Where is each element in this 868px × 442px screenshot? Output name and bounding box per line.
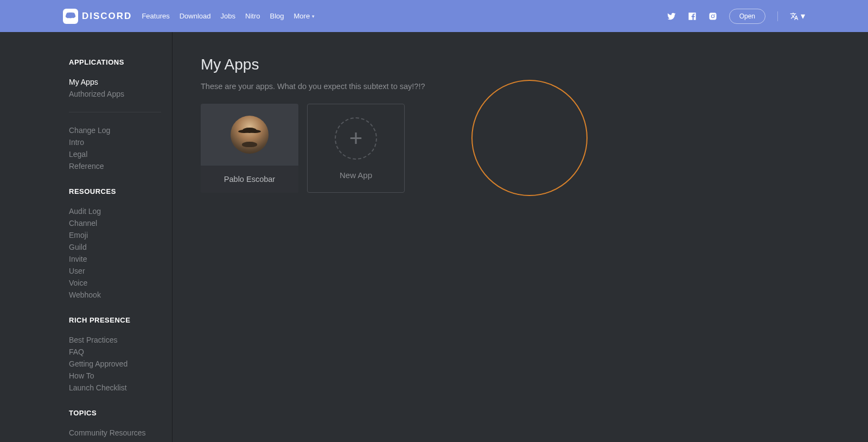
plus-circle-icon: +	[335, 117, 377, 160]
sidebar-heading-topics: TOPICS	[69, 409, 172, 417]
sidebar-item-change-log[interactable]: Change Log	[69, 124, 172, 136]
sidebar-item-getting-approved[interactable]: Getting Approved	[69, 358, 172, 370]
sidebar-heading-resources: RESOURCES	[69, 187, 172, 195]
sidebar-item-how-to[interactable]: How To	[69, 370, 172, 382]
app-avatar	[231, 116, 269, 154]
sidebar-item-audit-log[interactable]: Audit Log	[69, 205, 172, 217]
facebook-icon[interactable]	[688, 12, 697, 21]
sidebar-item-invite[interactable]: Invite	[69, 253, 172, 265]
page-title: My Apps	[201, 56, 840, 73]
chevron-down-icon: ▾	[801, 11, 805, 21]
sidebar-item-my-apps[interactable]: My Apps	[69, 76, 172, 88]
language-selector[interactable]: ▾	[790, 11, 805, 21]
header-nav: Features Download Jobs Nitro Blog More ▾	[142, 12, 315, 20]
sidebar-item-voice[interactable]: Voice	[69, 277, 172, 289]
nav-link-download[interactable]: Download	[180, 12, 211, 20]
sidebar-divider	[69, 112, 161, 112]
translate-icon	[790, 12, 799, 21]
twitter-icon[interactable]	[667, 12, 676, 21]
nav-link-blog[interactable]: Blog	[270, 12, 284, 20]
nav-link-more[interactable]: More ▾	[294, 12, 315, 20]
app-card[interactable]: Pablo Escobar	[201, 104, 298, 193]
sidebar-item-gateway[interactable]: Gateway	[69, 439, 172, 442]
sidebar-item-guild[interactable]: Guild	[69, 241, 172, 253]
open-button[interactable]: Open	[729, 9, 765, 24]
sidebar-item-user[interactable]: User	[69, 265, 172, 277]
nav-link-jobs[interactable]: Jobs	[221, 12, 235, 20]
sidebar-item-community-resources[interactable]: Community Resources	[69, 427, 172, 439]
sidebar-item-emoji[interactable]: Emoji	[69, 229, 172, 241]
sidebar-item-intro[interactable]: Intro	[69, 136, 172, 148]
sidebar-item-best-practices[interactable]: Best Practices	[69, 334, 172, 346]
sidebar-item-faq[interactable]: FAQ	[69, 346, 172, 358]
nav-link-more-label: More	[294, 12, 310, 20]
sidebar: APPLICATIONS My Apps Authorized Apps Cha…	[0, 32, 173, 442]
discord-logo[interactable]: DISCORD	[63, 9, 132, 24]
header-divider	[777, 11, 778, 21]
sidebar-heading-applications: APPLICATIONS	[69, 58, 172, 66]
header-right: Open ▾	[667, 9, 805, 24]
sidebar-item-channel[interactable]: Channel	[69, 217, 172, 229]
new-app-button[interactable]: + New App	[307, 104, 405, 193]
app-card-name: Pablo Escobar	[201, 166, 298, 193]
sidebar-item-reference[interactable]: Reference	[69, 160, 172, 172]
discord-logo-icon	[63, 9, 78, 24]
new-app-label: New App	[340, 171, 372, 180]
sidebar-item-authorized-apps[interactable]: Authorized Apps	[69, 88, 172, 100]
sidebar-item-launch-checklist[interactable]: Launch Checklist	[69, 382, 172, 394]
header: DISCORD Features Download Jobs Nitro Blo…	[0, 0, 868, 32]
nav-link-features[interactable]: Features	[142, 12, 169, 20]
main-content: My Apps These are your apps. What do you…	[173, 32, 868, 442]
page-subtext: These are your apps. What do you expect …	[201, 82, 840, 91]
sidebar-item-webhook[interactable]: Webhook	[69, 289, 172, 301]
chevron-down-icon: ▾	[312, 14, 315, 19]
instagram-icon[interactable]	[709, 12, 717, 21]
sidebar-item-legal[interactable]: Legal	[69, 148, 172, 160]
nav-link-nitro[interactable]: Nitro	[245, 12, 260, 20]
plus-icon: +	[349, 127, 363, 150]
sidebar-heading-rich-presence: RICH PRESENCE	[69, 316, 172, 324]
app-grid: Pablo Escobar + New App	[201, 104, 840, 193]
discord-logo-text: DISCORD	[82, 11, 132, 22]
app-card-preview	[201, 104, 298, 166]
